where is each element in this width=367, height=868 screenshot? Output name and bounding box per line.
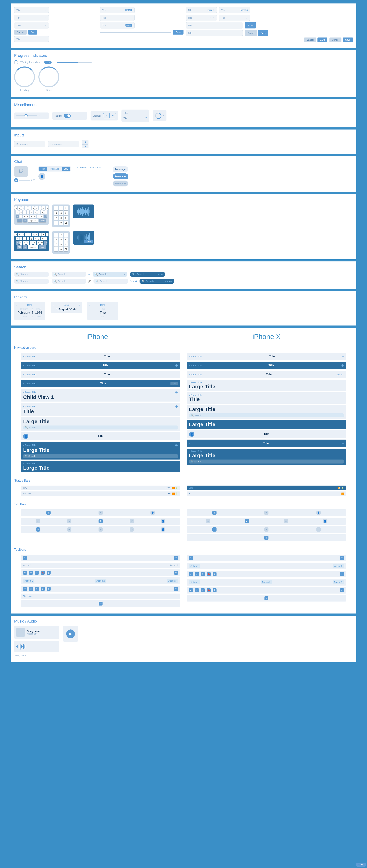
key-n[interactable]: n bbox=[37, 215, 39, 218]
key-s[interactable]: s bbox=[20, 210, 22, 214]
key-o[interactable]: o bbox=[42, 206, 45, 210]
num-3[interactable]: 3 bbox=[64, 206, 68, 210]
num-0[interactable]: 0 bbox=[59, 221, 63, 225]
num-8[interactable]: 8 bbox=[59, 216, 63, 220]
toolbar-icon-1-2[interactable]: ⬆ bbox=[174, 556, 178, 560]
search-cancel-dark[interactable]: Cancel bbox=[156, 273, 163, 276]
key-g[interactable]: g bbox=[30, 210, 33, 214]
done-btn-picker-2[interactable]: Done bbox=[64, 304, 69, 306]
nav-search-9[interactable]: 🔍 Search bbox=[23, 454, 178, 458]
key-d[interactable]: d bbox=[23, 210, 26, 214]
num2-6[interactable]: 6 bbox=[64, 238, 68, 242]
x-tab-item-2-3[interactable]: ⊕ bbox=[284, 519, 288, 523]
search-cancel-dark-2[interactable]: Cancel bbox=[165, 280, 172, 283]
key-123-2[interactable]: 123 bbox=[17, 245, 22, 249]
x-toolbar-icon-5-3[interactable]: ⬆ bbox=[201, 588, 205, 592]
toolbar-icon-1-1[interactable]: ✏ bbox=[23, 556, 27, 560]
key-i[interactable]: i bbox=[39, 206, 41, 210]
toolbar-icon-3-1[interactable]: ↩ bbox=[23, 571, 27, 575]
num-6[interactable]: 6 bbox=[64, 211, 68, 215]
x-tab-item-3-1[interactable]: ⌂ bbox=[213, 527, 217, 532]
x-toolbar-icon-3-6[interactable]: ✏ bbox=[340, 572, 344, 576]
segment-2[interactable]: iMessage bbox=[48, 167, 61, 171]
key-return2[interactable]: return bbox=[39, 245, 46, 249]
key-v[interactable]: v bbox=[30, 215, 33, 218]
x-toolbar-btn-2-1[interactable]: Action 1 bbox=[189, 564, 200, 568]
prev-month-btn[interactable]: ‹ bbox=[16, 304, 17, 306]
save-btn5[interactable]: Save bbox=[343, 37, 353, 42]
x-toolbar-icon-5-5[interactable]: 🗑 bbox=[213, 588, 217, 592]
x-nav-action-9[interactable]: ⊕ bbox=[342, 442, 344, 445]
nav-back-6[interactable]: ‹ Parent Title bbox=[23, 405, 36, 408]
num2-5[interactable]: 5 bbox=[59, 238, 63, 242]
toolbar-btn-4-1[interactable]: Action 1 bbox=[23, 579, 34, 583]
save-btn3[interactable]: Save bbox=[258, 30, 268, 36]
key-g2[interactable]: g bbox=[30, 237, 33, 240]
tab-item-3-5[interactable]: 👤 bbox=[161, 527, 165, 532]
x-nav-back-4[interactable]: ‹ Parent Title bbox=[189, 381, 202, 384]
num2-2[interactable]: 2 bbox=[59, 232, 63, 237]
key-z[interactable]: z bbox=[20, 215, 22, 218]
key-v2[interactable]: v bbox=[30, 241, 33, 245]
tab-item-2-4[interactable]: ♡ bbox=[130, 519, 134, 523]
x-toolbar-icon-3-2[interactable]: ★ bbox=[195, 572, 199, 576]
nav-action-6[interactable]: ⊕ bbox=[175, 404, 178, 408]
key-n2[interactable]: n bbox=[37, 241, 39, 245]
key-x[interactable]: x bbox=[23, 215, 26, 218]
key-b[interactable]: b bbox=[33, 215, 36, 218]
key-q[interactable]: q bbox=[15, 206, 17, 210]
x-nav-back-10[interactable]: ‹ Parent Title bbox=[189, 450, 202, 453]
key-w[interactable]: w bbox=[18, 206, 21, 210]
key-z2[interactable]: z bbox=[20, 241, 22, 245]
next-time-btn[interactable]: › bbox=[79, 304, 80, 306]
cancel-btn[interactable]: Cancel bbox=[14, 30, 27, 35]
key-a[interactable]: a bbox=[16, 210, 19, 214]
num-4[interactable]: 4 bbox=[54, 211, 58, 215]
tab-item-1-1[interactable]: ⌂ bbox=[47, 511, 51, 515]
toolbar-btn-4-3[interactable]: Action 3 bbox=[167, 579, 178, 583]
toolbar-icon-3-3[interactable]: ⬆ bbox=[35, 571, 39, 575]
x-tab-item-1-3[interactable]: 👤 bbox=[316, 511, 320, 515]
toolbar-icon-5-2[interactable]: ★ bbox=[29, 587, 33, 591]
x-nav-back-1[interactable]: ‹ Parent Title bbox=[189, 355, 202, 358]
toolbar-icon-3-6[interactable]: ✏ bbox=[174, 571, 178, 575]
toggle-switch[interactable] bbox=[64, 114, 71, 118]
x-toolbar-btn-4-1[interactable]: Action 1 bbox=[189, 580, 200, 584]
key-t[interactable]: t bbox=[28, 206, 31, 210]
done-btn-voice[interactable]: Done bbox=[357, 863, 366, 867]
key-shift[interactable]: ⇧ bbox=[16, 215, 19, 218]
key-j2[interactable]: j bbox=[37, 237, 40, 240]
x-toolbar-icon-6[interactable]: ✏ bbox=[264, 596, 268, 600]
ok-btn[interactable]: OK bbox=[28, 30, 37, 35]
x-toolbar-icon-3-1[interactable]: ↩ bbox=[189, 572, 193, 576]
key-c2[interactable]: c bbox=[26, 241, 29, 245]
key-del[interactable]: ⌫ bbox=[44, 215, 47, 218]
key-emoji2[interactable]: ☺ bbox=[23, 245, 27, 249]
save-btn2[interactable]: Save bbox=[245, 22, 256, 28]
tab-item-1-3[interactable]: 👤 bbox=[150, 511, 154, 515]
slider-track[interactable] bbox=[16, 116, 37, 116]
stepper-down[interactable]: ▼ bbox=[82, 145, 88, 148]
x-toolbar-icon-3-3[interactable]: ⬆ bbox=[201, 572, 205, 576]
nav-back-9[interactable]: ‹ Parent Title bbox=[23, 444, 36, 446]
nav-search-7[interactable]: 🔍 Search bbox=[23, 426, 178, 430]
toolbar-icon-5-6[interactable]: ✏ bbox=[174, 587, 178, 591]
tab-item-3-4[interactable]: ♡ bbox=[130, 527, 134, 532]
key-k[interactable]: k bbox=[41, 210, 44, 214]
search-field-7[interactable]: 🔍 Search bbox=[93, 279, 128, 284]
num-dot[interactable]: . bbox=[54, 221, 58, 225]
tab-item-3-3[interactable]: ⊕ bbox=[98, 527, 103, 532]
nav-back-5[interactable]: ‹ Parent Title bbox=[23, 391, 36, 394]
key-p2[interactable]: p bbox=[46, 232, 49, 236]
key-r2[interactable]: r bbox=[25, 232, 28, 236]
key-m[interactable]: m bbox=[40, 215, 43, 218]
key-h2[interactable]: h bbox=[34, 237, 37, 240]
x-tab-item-3-3[interactable]: ♡ bbox=[316, 527, 320, 532]
nav-back-1[interactable]: ‹ Parent Title bbox=[23, 355, 36, 358]
tab-item-2-1[interactable]: ⌂ bbox=[36, 519, 40, 523]
key-d2[interactable]: d bbox=[23, 237, 26, 240]
num-1[interactable]: 1 bbox=[54, 206, 58, 210]
done-btn-picker[interactable]: Done bbox=[27, 304, 32, 306]
x-nav-action-3[interactable]: Done bbox=[336, 373, 344, 376]
toolbar-icon-5-1[interactable]: ↩ bbox=[23, 587, 27, 591]
